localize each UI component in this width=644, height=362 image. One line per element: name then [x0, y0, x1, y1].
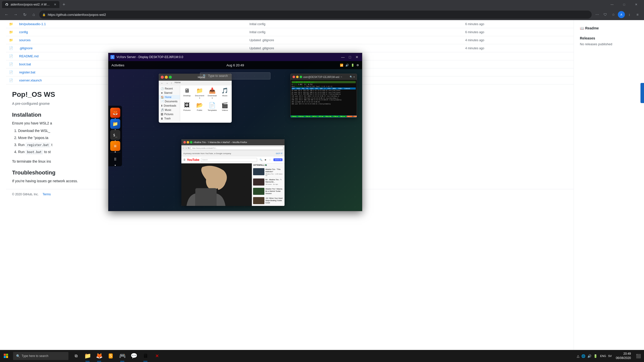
terminal-f5[interactable]: F5Tree	[318, 116, 324, 117]
fm-min-button[interactable]	[165, 76, 168, 79]
fm-sidebar-starred[interactable]: ★ Starred	[159, 91, 180, 95]
terminal-f10[interactable]: F10Quit	[353, 116, 357, 117]
terminal-f7[interactable]: F7Nice	[333, 116, 339, 117]
yt-close-button[interactable]	[183, 141, 186, 144]
fm-file-pictures[interactable]: 🖼 Pictures	[181, 101, 193, 112]
file-name-link[interactable]: config	[19, 30, 28, 34]
forward-button[interactable]: →	[12, 11, 19, 18]
dock-grid-button[interactable]: ⠿	[110, 154, 120, 164]
task-view-button[interactable]: ⧉	[70, 350, 82, 362]
taskbar-clock-area[interactable]: 20:49 06/08/2020	[614, 352, 633, 360]
profile-button[interactable]: A	[618, 11, 625, 18]
dock-firefox-button[interactable]: 🦊	[110, 108, 120, 118]
shield-icon[interactable]: 🛡	[602, 11, 609, 18]
systray-network-icon[interactable]: 🌐	[581, 354, 586, 358]
back-button[interactable]: ←	[3, 11, 10, 18]
fm-file-desktop[interactable]: 🖥 Desktop	[181, 86, 193, 100]
yt-got-it-button[interactable]: GOT IT	[276, 152, 283, 155]
file-name-link[interactable]: register.bat	[19, 70, 35, 74]
terminal-min-button[interactable]	[296, 76, 299, 78]
terminal-f4[interactable]: F4Fltr	[311, 116, 317, 117]
yt-forward-button[interactable]: →	[185, 147, 187, 149]
app5-taskbar-button[interactable]: ✕	[151, 350, 163, 362]
yt-search-input[interactable]: Search	[201, 158, 257, 162]
window-close-button[interactable]: ✕	[630, 1, 642, 9]
file-explorer-taskbar-button[interactable]: 📁	[82, 350, 93, 362]
file-name-link[interactable]: bin/pulseaudio-1.1	[19, 22, 46, 26]
fm-file-downloads[interactable]: 📥 Downloads	[207, 86, 218, 100]
yt-sidebar-item-5[interactable]: Sun 81 - With Me (Official Music Video)	[252, 205, 285, 206]
yt-max-button[interactable]	[190, 141, 192, 144]
yt-more-icon[interactable]: ⋮	[269, 159, 271, 161]
fm-sidebar-other[interactable]: 📌 Other locations	[159, 121, 180, 121]
fm-file-videos[interactable]: 🎬 Videos	[219, 101, 231, 112]
yt-refresh-button[interactable]: ↻	[188, 147, 190, 149]
vcxsrv-maximize-button[interactable]: □	[347, 55, 353, 60]
taskbar-search-bar[interactable]: 🔍 Type here to search	[13, 352, 68, 360]
action-center-button[interactable]: ⬛	[633, 350, 644, 362]
gnome-search-bar[interactable]: 🔍 Type to search	[200, 72, 270, 79]
yt-address-bar[interactable]: https://www.youtube.com/watch?v=...	[190, 146, 284, 150]
fm-file-templates[interactable]: 📄 Templates	[207, 101, 218, 112]
tab-close-button[interactable]: ✕	[54, 3, 56, 6]
systray-battery-icon[interactable]: 🔋	[593, 354, 598, 358]
fm-sidebar-trash[interactable]: 🗑 Trash	[159, 116, 180, 121]
terminal-max-button[interactable]	[300, 76, 302, 78]
home-button[interactable]: ⌂	[30, 11, 37, 18]
window-maximize-button[interactable]: □	[618, 1, 630, 9]
systray-volume-icon[interactable]: 🔊	[587, 354, 592, 358]
terminal-search-icon[interactable]: 🔍	[350, 76, 352, 78]
yt-sidebar-item-4[interactable]: +61 'When Your Heart Stops Beating' Guit…	[252, 196, 285, 205]
systray-expand-icon[interactable]: △	[576, 354, 580, 358]
yt-signin-button[interactable]: SIGN IN	[273, 158, 283, 161]
dock-tasks-button[interactable]: ≡	[110, 141, 120, 151]
file-name-link[interactable]: boot.bat	[19, 62, 31, 66]
footer-terms-link[interactable]: Terms	[43, 193, 51, 196]
yt-sidebar-item-3[interactable]: Alkaline Trio 'I Wanna Be a Warhol' Guit…	[252, 187, 285, 196]
gnome-activities-button[interactable]: Activities	[111, 63, 124, 67]
yt-logo[interactable]: YouTube	[187, 158, 199, 162]
terminal-f3[interactable]: F3Srch	[305, 116, 311, 117]
fm-back-button[interactable]: ←	[160, 81, 164, 85]
file-name-link[interactable]: xserver.xlaunch	[19, 78, 42, 82]
browser-tab-active[interactable]: aidenfoxx/popos-wsl2: A WS... ✕	[2, 1, 59, 8]
refresh-button[interactable]: ↻	[21, 11, 28, 18]
fm-max-button[interactable]	[169, 76, 172, 79]
dock-terminal-button[interactable]: $_	[110, 130, 120, 140]
yt-back-button[interactable]: ←	[182, 147, 184, 149]
terminal-f8[interactable]: F8Nice+	[339, 116, 346, 117]
yt-sidebar-item-2[interactable]: B6 - Alkaline Trio - "I Wanna Be... 1M v…	[252, 177, 285, 187]
yt-search-icon[interactable]: 🔍	[260, 159, 262, 161]
menu-button[interactable]: ≡	[634, 11, 641, 18]
fm-up-button[interactable]: ↑	[170, 81, 173, 85]
fm-sidebar-music[interactable]: 🎵 Music	[159, 108, 180, 112]
terminal-menu-icon[interactable]: ≡	[353, 76, 355, 78]
yt-video-player[interactable]	[181, 163, 252, 206]
fm-sidebar-pictures[interactable]: 🖼 Pictures	[159, 112, 180, 116]
yt-sidebar-item-1[interactable]: Alkaline Trio - "This Addiction" Alkalin…	[252, 167, 285, 177]
terminal-f9[interactable]: F9Kill	[347, 116, 353, 117]
fm-forward-button[interactable]: →	[165, 81, 169, 85]
app3-taskbar-button[interactable]: 💬	[128, 350, 139, 362]
fm-file-music[interactable]: 🎵 Music	[219, 86, 231, 100]
fm-sidebar-documents[interactable]: 📄 Documents	[159, 99, 180, 104]
yt-watch-later-icon[interactable]: ▶	[265, 159, 266, 161]
vcxsrv-close-button[interactable]: ✕	[354, 55, 360, 60]
fm-close-button[interactable]	[161, 76, 164, 79]
new-tab-button[interactable]: +	[60, 1, 67, 8]
fm-file-documents[interactable]: 📁 Documents	[194, 86, 205, 100]
sync-button[interactable]: ↕	[626, 11, 633, 18]
file-name-link[interactable]: README.md	[19, 54, 38, 58]
fm-sidebar-recent[interactable]: 🕐 Recent	[159, 86, 180, 91]
file-name-link[interactable]: sources	[19, 38, 31, 42]
dock-files-button[interactable]: 📁	[110, 119, 120, 129]
start-menu-button[interactable]	[0, 350, 12, 362]
file-name-link[interactable]: .gitignore	[19, 46, 32, 50]
extensions-button[interactable]: ⋯	[594, 11, 601, 18]
fm-sidebar-home[interactable]: 🏠 Home	[159, 95, 180, 99]
yt-min-button[interactable]	[187, 141, 189, 144]
vcxsrv-minimize-button[interactable]: —	[340, 55, 346, 60]
app1-taskbar-button[interactable]: S	[105, 350, 116, 362]
firefox-taskbar-button[interactable]: 🦊	[94, 350, 105, 362]
terminal-close-button[interactable]	[293, 76, 295, 78]
